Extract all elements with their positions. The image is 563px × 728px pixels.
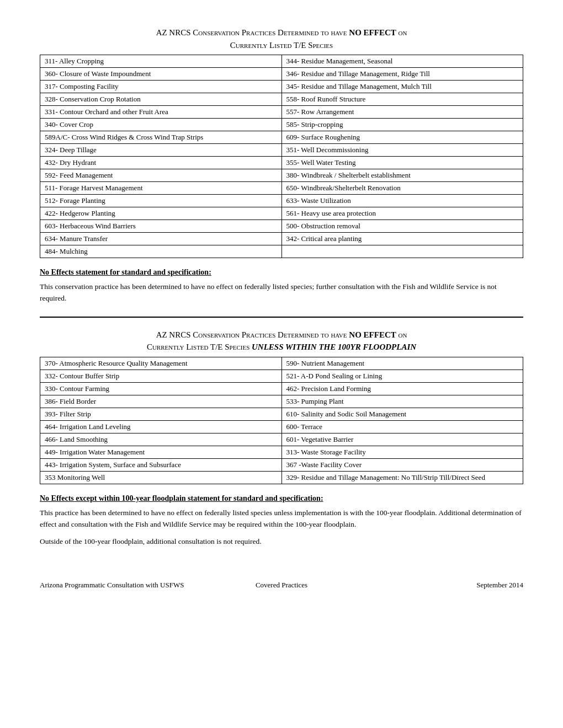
table-row: 324- Deep Tillage351- Well Decommissioni… [40,144,523,157]
table-cell: 328- Conservation Crop Rotation [40,93,282,106]
table-cell [282,245,523,258]
table-cell: 324- Deep Tillage [40,144,282,157]
table-cell: 330- Contour Farming [40,382,282,395]
section2-statement-body2: Outside of the 100-year floodplain, addi… [40,536,523,548]
table-row: 353 Monitoring Well329- Residue and Till… [40,471,523,484]
table-row: 317- Composting Facility345- Residue and… [40,81,523,93]
section-divider [40,317,523,318]
table-cell: 590- Nutrient Management [282,357,523,370]
table-cell: 500- Obstruction removal [282,220,523,233]
table-cell: 360- Closure of Waste Impoundment [40,68,282,81]
table-row: 393- Filter Strip610- Salinity and Sodic… [40,408,523,420]
table-cell: 340- Cover Crop [40,119,282,131]
footer-right: September 2014 [362,581,523,590]
table-row: 484- Mulching [40,245,523,258]
table-cell: 331- Contour Orchard and other Fruit Are… [40,106,282,119]
table-cell: 346- Residue and Tillage Management, Rid… [282,68,523,81]
table-cell: 558- Roof Runoff Structure [282,93,523,106]
section2-title-line1-suffix: on [396,330,407,339]
section1: AZ NRCS Conservation Practices Determine… [40,26,523,304]
table-row: 634- Manure Transfer342- Critical area p… [40,233,523,245]
table-cell: 601- Vegetative Barrier [282,433,523,446]
table-row: 370- Atmospheric Resource Quality Manage… [40,357,523,370]
table-row: 511- Forage Harvest Management650- Windb… [40,182,523,195]
section1-statement-body: This conservation practice has been dete… [40,281,523,304]
table-cell: 449- Irrigation Water Management [40,446,282,458]
table-cell: 353 Monitoring Well [40,471,282,484]
section2-title-line2: Currently Listed T/E Species [147,342,252,351]
table-cell: 367 -Waste Facility Cover [282,458,523,471]
table-cell: 355- Well Water Testing [282,157,523,169]
table-cell: 317- Composting Facility [40,81,282,93]
table-cell: 484- Mulching [40,245,282,258]
section2-unless: UNLESS WITHIN THE 100YR FLOODPLAIN [252,342,416,351]
table-cell: 592- Feed Management [40,169,282,182]
table-row: 422- Hedgerow Planting561- Heavy use are… [40,207,523,220]
table-cell: 557- Row Arrangement [282,106,523,119]
table-cell: 443- Irrigation System, Surface and Subs… [40,458,282,471]
section1-no-effect: NO EFFECT [349,28,396,37]
section2-statement-heading: No Effects except within 100-year floodp… [40,494,523,503]
table-row: 443- Irrigation System, Surface and Subs… [40,458,523,471]
table-cell: 462- Precision Land Forming [282,382,523,395]
table-cell: 603- Herbaceous Wind Barriers [40,220,282,233]
table-cell: 650- Windbreak/Shelterbelt Renovation [282,182,523,195]
table-cell: 585- Strip-cropping [282,119,523,131]
section2-title-line1-prefix: AZ NRCS Conservation Practices Determine… [156,330,349,339]
table-row: 332- Contour Buffer Strip521- A-D Pond S… [40,370,523,382]
table-cell: 464- Irrigation Land Leveling [40,420,282,433]
section2-title: AZ NRCS Conservation Practices Determine… [40,329,523,354]
table-row: 328- Conservation Crop Rotation558- Roof… [40,93,523,106]
table-cell: 432- Dry Hydrant [40,157,282,169]
table-row: 330- Contour Farming462- Precision Land … [40,382,523,395]
table-cell: 345- Residue and Tillage Management, Mul… [282,81,523,93]
section1-title-line1-prefix: AZ NRCS Conservation Practices Determine… [156,28,349,37]
table-row: 449- Irrigation Water Management313- Was… [40,446,523,458]
section1-title: AZ NRCS Conservation Practices Determine… [40,26,523,51]
table-cell: 512- Forage Planting [40,195,282,207]
table-cell: 511- Forage Harvest Management [40,182,282,195]
table-cell: 600- Terrace [282,420,523,433]
table-cell: 521- A-D Pond Sealing or Lining [282,370,523,382]
table-cell: 386- Field Border [40,395,282,408]
table-cell: 344- Residue Management, Seasonal [282,55,523,68]
table-cell: 351- Well Decommissioning [282,144,523,157]
table-cell: 609- Surface Roughening [282,131,523,144]
section2: AZ NRCS Conservation Practices Determine… [40,329,523,548]
table-cell: 329- Residue and Tillage Management: No … [282,471,523,484]
table-cell: 393- Filter Strip [40,408,282,420]
table-cell: 533- Pumping Plant [282,395,523,408]
table-cell: 610- Salinity and Sodic Soil Management [282,408,523,420]
table-cell: 380- Windbreak / Shelterbelt establishme… [282,169,523,182]
section2-no-effect: NO EFFECT [349,330,396,339]
table-row: 340- Cover Crop585- Strip-cropping [40,119,523,131]
table-cell: 561- Heavy use area protection [282,207,523,220]
footer-center: Covered Practices [201,581,362,590]
table-cell: 332- Contour Buffer Strip [40,370,282,382]
table-row: 466- Land Smoothing601- Vegetative Barri… [40,433,523,446]
table-cell: 313- Waste Storage Facility [282,446,523,458]
section1-table: 311- Alley Cropping344- Residue Manageme… [40,55,523,258]
table-cell: 370- Atmospheric Resource Quality Manage… [40,357,282,370]
table-cell: 589A/C- Cross Wind Ridges & Cross Wind T… [40,131,282,144]
table-row: 592- Feed Management380- Windbreak / She… [40,169,523,182]
table-row: 432- Dry Hydrant355- Well Water Testing [40,157,523,169]
page-footer: Arizona Programmatic Consultation with U… [40,581,523,590]
table-row: 311- Alley Cropping344- Residue Manageme… [40,55,523,68]
section2-statement-body1: This practice has been determined to hav… [40,507,523,531]
table-row: 464- Irrigation Land Leveling600- Terrac… [40,420,523,433]
table-row: 589A/C- Cross Wind Ridges & Cross Wind T… [40,131,523,144]
table-cell: 342- Critical area planting [282,233,523,245]
table-cell: 422- Hedgerow Planting [40,207,282,220]
table-row: 512- Forage Planting633- Waste Utilizati… [40,195,523,207]
table-row: 331- Contour Orchard and other Fruit Are… [40,106,523,119]
section1-title-line1-suffix: on [396,28,407,37]
section1-statement-heading: No Effects statement for standard and sp… [40,268,523,277]
table-cell: 466- Land Smoothing [40,433,282,446]
table-cell: 311- Alley Cropping [40,55,282,68]
table-cell: 633- Waste Utilization [282,195,523,207]
footer-left: Arizona Programmatic Consultation with U… [40,581,201,590]
table-cell: 634- Manure Transfer [40,233,282,245]
table-row: 603- Herbaceous Wind Barriers500- Obstru… [40,220,523,233]
table-row: 360- Closure of Waste Impoundment346- Re… [40,68,523,81]
